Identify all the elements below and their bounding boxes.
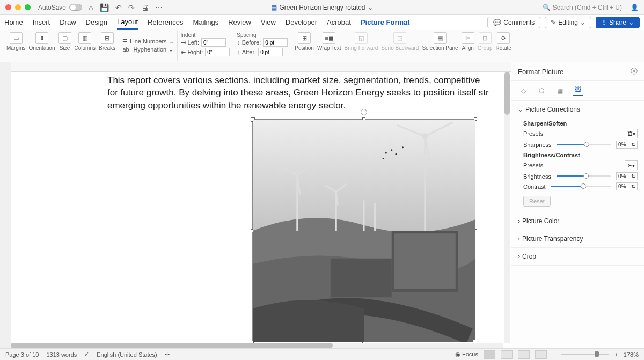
close-window[interactable] (5, 4, 11, 10)
tab-acrobat[interactable]: Acrobat (327, 16, 351, 29)
send-backward-button[interactable]: ◲Send Backward (381, 32, 419, 51)
tab-design[interactable]: Design (86, 16, 107, 29)
fill-tab-icon[interactable]: ◇ (518, 85, 529, 96)
zoom-out[interactable]: − (552, 351, 555, 358)
toggle-switch[interactable] (69, 4, 82, 11)
document-area[interactable]: This report covers various sections, inc… (0, 62, 511, 348)
web-layout-view[interactable] (501, 350, 513, 359)
accessibility-icon[interactable]: ⊹ (165, 351, 170, 358)
language-indicator[interactable]: English (United States) (97, 351, 157, 358)
rotate-button[interactable]: ⟳Rotate (495, 32, 511, 51)
tab-layout[interactable]: Layout (117, 15, 138, 30)
chevron-right-icon: › (518, 235, 520, 243)
spellcheck-icon[interactable]: ✓ (84, 351, 89, 358)
tab-mailings[interactable]: Mailings (193, 16, 219, 29)
size-tab-icon[interactable]: ▦ (554, 85, 565, 96)
wrap-text-button[interactable]: ≡◼Wrap Text (317, 32, 341, 51)
zoom-in[interactable]: + (614, 351, 618, 358)
indent-right-input[interactable] (205, 48, 230, 56)
print-icon[interactable]: 🖨 (141, 3, 149, 12)
zoom-level[interactable]: 178% (624, 351, 639, 358)
svg-rect-2 (394, 234, 456, 290)
chevron-down-icon[interactable]: ⌄ (368, 4, 373, 11)
picture-color-section[interactable]: ›Picture Color (511, 212, 644, 230)
brightness-value[interactable]: 0%⇅ (616, 172, 638, 180)
search-input[interactable]: 🔍 Search (Cmd + Ctrl + U) (543, 4, 622, 11)
zoom-slider[interactable] (561, 354, 609, 355)
page-indicator[interactable]: Page 3 of 10 (5, 351, 39, 358)
spacing-before-input[interactable] (263, 38, 288, 47)
quick-access-toolbar: ⌂ 💾 ↶ ↷ 🖨 ⋯ (89, 3, 162, 12)
more-icon[interactable]: ⋯ (155, 3, 163, 12)
undo-icon[interactable]: ↶ (115, 3, 122, 12)
window-controls (5, 4, 31, 10)
contrast-value[interactable]: 0%⇅ (616, 182, 638, 190)
tab-draw[interactable]: Draw (60, 16, 76, 29)
scrollbar-thumb[interactable] (11, 343, 333, 348)
share-button[interactable]: ⇪Share⌄ (596, 17, 640, 28)
body-text[interactable]: This report covers various sections, inc… (107, 72, 511, 112)
minimize-window[interactable] (15, 4, 21, 10)
print-layout-view[interactable] (484, 350, 495, 359)
horizontal-ruler[interactable] (11, 62, 511, 72)
focus-mode[interactable]: ◉ Focus (455, 351, 478, 358)
contrast-slider[interactable] (551, 186, 611, 187)
picture-transparency-section[interactable]: ›Picture Transparency (511, 230, 644, 248)
indent-left-input[interactable] (201, 38, 226, 47)
section-toggle[interactable]: ⌄Picture Corrections (518, 104, 638, 115)
group-button[interactable]: ⊡Group (478, 32, 493, 51)
rotate-handle[interactable] (361, 109, 367, 115)
crop-section[interactable]: ›Crop (511, 248, 644, 266)
tab-review[interactable]: Review (228, 16, 251, 29)
picture-tab-icon[interactable]: 🖼 (573, 85, 583, 96)
tab-references[interactable]: References (148, 16, 183, 29)
brightness-slider[interactable] (557, 175, 611, 177)
svg-point-21 (395, 153, 397, 155)
tab-picture-format[interactable]: Picture Format (361, 16, 410, 29)
search-area: 🔍 Search (Cmd + Ctrl + U) 👤 (543, 4, 639, 11)
maximize-window[interactable] (25, 4, 31, 10)
autosave-toggle[interactable]: AutoSave (38, 4, 82, 11)
align-button[interactable]: ⊫Align (462, 32, 474, 51)
tab-insert[interactable]: Insert (33, 16, 50, 29)
brightness-contrast-label: Brightness/Contrast (523, 152, 638, 158)
columns-button[interactable]: ▥Columns (75, 32, 96, 51)
redo-icon[interactable]: ↷ (128, 3, 135, 12)
editing-button[interactable]: ✎Editing⌄ (545, 17, 591, 28)
spacing-after-input[interactable] (258, 48, 283, 56)
user-icon[interactable]: 👤 (631, 4, 639, 11)
orientation-button[interactable]: ⬍Orientation (29, 32, 55, 51)
size-button[interactable]: ▢Size (58, 32, 71, 51)
tab-view[interactable]: View (261, 16, 276, 29)
home-icon[interactable]: ⌂ (89, 3, 93, 12)
sharpen-presets-button[interactable]: 🖼▾ (625, 129, 638, 138)
horizontal-scrollbar[interactable] (11, 343, 503, 348)
word-count[interactable]: 1313 words (46, 351, 77, 358)
svg-point-23 (383, 158, 384, 159)
position-button[interactable]: ⊞Position (295, 32, 314, 51)
bring-forward-button[interactable]: ◱Bring Forward (345, 32, 378, 51)
document-title[interactable]: ▤ Green Horizon Energy rotated ⌄ (271, 4, 372, 11)
ribbon-tabs: Home Insert Draw Design Layout Reference… (0, 15, 644, 30)
brightness-presets-button[interactable]: ☀▾ (625, 160, 638, 170)
outline-view[interactable] (518, 350, 530, 359)
margins-button[interactable]: ▭Margins (6, 32, 26, 51)
tab-home[interactable]: Home (4, 16, 23, 29)
reset-button[interactable]: Reset (523, 196, 551, 207)
comments-button[interactable]: 💬Comments (487, 17, 540, 28)
tab-developer[interactable]: Developer (286, 16, 317, 29)
effects-tab-icon[interactable]: ⬠ (536, 85, 547, 96)
line-numbers-button[interactable]: ☰Line Numbers⌄ (122, 38, 173, 45)
vertical-scrollbar[interactable] (504, 72, 510, 343)
selection-pane-button[interactable]: ▤Selection Pane (422, 32, 458, 51)
breaks-button[interactable]: ⊟Breaks (99, 32, 115, 51)
close-icon[interactable]: ⓧ (631, 67, 638, 76)
draft-view[interactable] (535, 350, 547, 359)
save-icon[interactable]: 💾 (100, 3, 109, 12)
selected-picture[interactable] (252, 119, 475, 342)
scrollbar-thumb[interactable] (504, 72, 510, 115)
sharpness-slider[interactable] (557, 144, 611, 145)
page[interactable]: This report covers various sections, inc… (11, 72, 511, 348)
hyphenation-button[interactable]: ab-Hyphenation⌄ (122, 46, 173, 53)
sharpness-value[interactable]: 0%⇅ (616, 141, 638, 149)
